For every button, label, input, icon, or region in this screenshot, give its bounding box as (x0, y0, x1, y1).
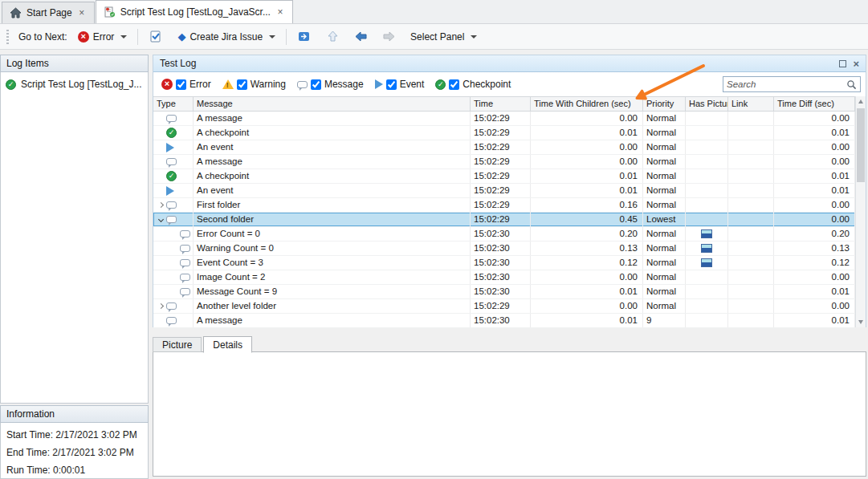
jira-action-button[interactable] (293, 27, 316, 46)
priority-cell: Normal (643, 184, 686, 197)
column-header[interactable]: Time Diff (sec) (774, 97, 855, 111)
message-cell: A message (194, 155, 471, 168)
time-with-children-cell: 0.00 (531, 112, 643, 125)
time-with-children-cell: 0.01 (531, 314, 643, 327)
scrollbar-thumb[interactable] (857, 108, 865, 182)
time-cell: 15:02:29 (471, 140, 531, 154)
log-row[interactable]: Another level folder15:02:290.00Normal0.… (153, 299, 855, 314)
go-to-previous-button[interactable] (350, 27, 372, 46)
select-panel-label: Select Panel (410, 31, 464, 43)
go-to-parent-button[interactable] (322, 27, 344, 46)
close-tab-icon[interactable]: × (275, 7, 285, 17)
type-cell (153, 198, 194, 212)
link-cell (728, 184, 774, 197)
column-header[interactable]: Message (194, 97, 471, 111)
filter-warning[interactable]: Warning (222, 79, 286, 90)
message-icon (166, 201, 177, 209)
filter-checkbox-message[interactable] (311, 79, 321, 90)
time-diff-cell: 0.00 (774, 270, 855, 284)
tab-script-test-log[interactable]: Script Test Log [TestLog_JavaScr... × (96, 0, 293, 23)
log-row[interactable]: Second folder15:02:290.45Lowest0.00 (153, 213, 855, 227)
indent-spacer (155, 185, 166, 197)
column-header[interactable]: Time (471, 97, 531, 111)
vertical-scrollbar[interactable] (855, 96, 866, 327)
log-row[interactable]: A message15:02:290.00Normal0.00 (153, 155, 855, 169)
has-picture-cell (686, 140, 728, 154)
tab-details[interactable]: Details (203, 336, 252, 353)
filter-checkbox-error[interactable] (176, 79, 186, 90)
float-panel-icon[interactable] (839, 60, 846, 67)
log-row[interactable]: A checkpoint15:02:290.01Normal0.01 (153, 126, 855, 140)
expand-toggle-icon[interactable] (155, 200, 166, 211)
priority-cell: Lowest (643, 213, 686, 226)
column-header[interactable]: Has Picture (686, 97, 728, 111)
column-header[interactable]: Time With Children (sec) (531, 97, 643, 111)
time-with-children-cell: 0.16 (531, 198, 643, 212)
go-to-next-button[interactable] (378, 27, 400, 46)
tab-picture[interactable]: Picture (153, 337, 202, 352)
filter-message[interactable]: Message (297, 79, 364, 90)
create-jira-label: Create Jira Issue (189, 31, 263, 43)
scroll-up-button[interactable] (856, 96, 866, 107)
log-row[interactable]: Warning Count = 015:02:300.13Normal0.13 (153, 242, 855, 256)
has-picture-cell (686, 242, 728, 255)
search-input[interactable] (727, 79, 846, 89)
tab-start-page[interactable]: Start Page × (2, 2, 95, 23)
time-cell: 15:02:30 (471, 314, 531, 327)
time-with-children-cell: 0.01 (531, 285, 643, 298)
go-to-next-error-dropdown[interactable]: Error (74, 29, 132, 45)
create-jira-issue-dropdown[interactable]: ◆ Create Jira Issue (173, 29, 279, 45)
log-row[interactable]: Event Count = 315:02:300.12Normal0.12 (153, 256, 855, 270)
message-cell: A checkpoint (194, 126, 471, 140)
log-row[interactable]: Message Count = 915:02:300.01Normal0.01 (153, 285, 855, 299)
link-cell (728, 198, 774, 212)
indent-spacer (155, 315, 166, 327)
log-row[interactable]: An event15:02:290.00Normal0.00 (153, 140, 855, 155)
message-cell: An event (194, 140, 471, 154)
filter-checkbox-event[interactable] (386, 79, 397, 90)
select-panel-dropdown[interactable]: Select Panel (406, 29, 481, 45)
log-row[interactable]: A message15:02:300.0190.01 (153, 314, 855, 328)
arrow-up-icon (326, 30, 340, 43)
home-icon (10, 7, 22, 18)
message-icon (166, 302, 177, 310)
test-log-title-bar: Test Log × (153, 55, 866, 72)
filter-error[interactable]: Error (161, 79, 211, 90)
log-row[interactable]: Image Count = 215:02:300.00Normal0.00 (153, 270, 855, 285)
tree-item-script-test-log[interactable]: Script Test Log [TestLog_J... (4, 77, 145, 91)
picture-icon[interactable] (701, 244, 712, 253)
checkpoint-icon (166, 171, 177, 181)
close-panel-icon[interactable]: × (853, 59, 859, 69)
indent-spacer (155, 142, 166, 153)
time-cell: 15:02:29 (471, 299, 531, 313)
start-time-text: Start Time: 2/17/2021 3:02 PM (6, 426, 142, 444)
log-row[interactable]: A checkpoint15:02:290.01Normal0.01 (153, 169, 855, 184)
go-to-next-label: Go to Next: (18, 31, 67, 43)
filter-checkpoint[interactable]: Checkpoint (435, 79, 511, 90)
picture-icon[interactable] (701, 258, 712, 267)
picture-icon[interactable] (701, 229, 712, 238)
post-report-button[interactable] (145, 27, 167, 47)
log-row[interactable]: First folder15:02:290.16Normal0.00 (153, 198, 855, 213)
priority-cell: 9 (643, 314, 686, 327)
scroll-down-button[interactable] (856, 317, 866, 327)
toolbar-grip[interactable] (6, 30, 9, 44)
log-row[interactable]: A message15:02:290.00Normal0.00 (153, 112, 855, 126)
log-row[interactable]: Error Count = 015:02:300.20Normal0.20 (153, 227, 855, 242)
time-cell: 15:02:30 (471, 285, 531, 298)
message-icon (297, 81, 308, 88)
close-tab-icon[interactable]: × (77, 8, 87, 18)
log-row[interactable]: An event15:02:290.01Normal0.01 (153, 184, 855, 198)
filter-event[interactable]: Event (375, 79, 425, 90)
expand-toggle-icon[interactable] (155, 301, 166, 312)
type-cell (153, 314, 194, 327)
filter-checkbox-checkpoint[interactable] (449, 79, 459, 90)
log-items-title: Log Items (6, 58, 49, 69)
type-cell (153, 242, 194, 255)
bottom-tab-bar: Picture Details (153, 335, 254, 352)
column-header[interactable]: Link (728, 97, 774, 111)
collapse-toggle-icon[interactable] (155, 214, 166, 225)
column-header[interactable]: Type (153, 97, 194, 111)
column-header[interactable]: Priority (643, 97, 686, 111)
filter-checkbox-warning[interactable] (237, 79, 247, 90)
